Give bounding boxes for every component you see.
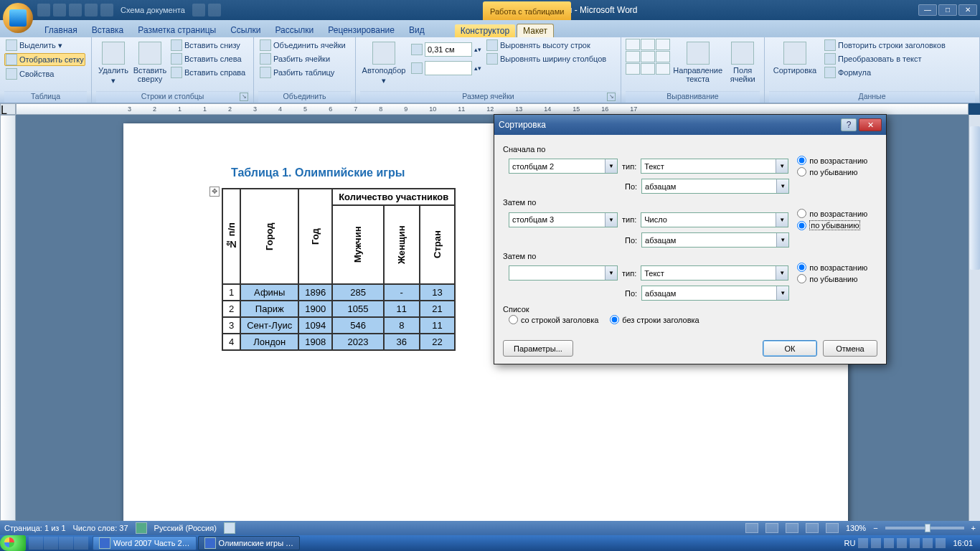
status-page[interactable]: Страница: 1 из 1 bbox=[4, 524, 66, 532]
sort-then2-type-combo[interactable]: Текст▼ bbox=[641, 265, 788, 281]
tray-icon[interactable] bbox=[871, 538, 881, 548]
row-height-input[interactable] bbox=[425, 42, 472, 57]
view-outline-icon[interactable] bbox=[806, 523, 819, 533]
qat-more-icon[interactable] bbox=[208, 4, 221, 17]
zoom-level[interactable]: 130% bbox=[846, 524, 866, 532]
tray-language[interactable]: RU bbox=[844, 539, 856, 547]
properties-button[interactable]: Свойства bbox=[4, 67, 85, 80]
tray-icon[interactable] bbox=[923, 538, 933, 548]
sort-then2-column-combo[interactable]: ▼ bbox=[509, 265, 618, 281]
delete-button[interactable]: Удалить▾ bbox=[96, 39, 131, 85]
ruler-corner[interactable]: L bbox=[0, 103, 16, 115]
th-participants[interactable]: Количество участников bbox=[332, 189, 455, 205]
tab-home[interactable]: Главная bbox=[37, 23, 85, 37]
sort-button[interactable]: Сортировка bbox=[769, 39, 821, 75]
params-button[interactable]: Параметры... bbox=[503, 340, 573, 357]
tray-icon[interactable] bbox=[936, 538, 946, 548]
zoom-in-button[interactable]: + bbox=[971, 524, 976, 532]
sort-first-type-combo[interactable]: Текст▼ bbox=[641, 159, 788, 174]
insert-below-button[interactable]: Вставить снизу bbox=[169, 39, 247, 52]
start-button[interactable] bbox=[0, 535, 26, 551]
alignment-grid[interactable] bbox=[626, 39, 670, 75]
tray-icon[interactable] bbox=[858, 538, 868, 548]
maximize-button[interactable]: □ bbox=[938, 4, 957, 16]
qat-print-icon[interactable] bbox=[192, 4, 205, 17]
zoom-slider[interactable] bbox=[885, 527, 964, 529]
select-button[interactable]: Выделить ▾ bbox=[4, 39, 85, 52]
dialog-launcher-icon[interactable]: ↘ bbox=[240, 93, 248, 101]
view-print-layout-icon[interactable] bbox=[745, 523, 758, 533]
zoom-out-button[interactable]: − bbox=[873, 524, 877, 532]
qat-undo-icon[interactable] bbox=[53, 4, 66, 17]
ok-button[interactable]: ОК bbox=[763, 340, 817, 357]
sort-first-by-combo[interactable]: абзацам▼ bbox=[641, 179, 789, 194]
tab-table-layout[interactable]: Макет bbox=[517, 24, 554, 37]
distribute-rows-button[interactable]: Выровнять высоту строк bbox=[485, 39, 608, 52]
formula-button[interactable]: Формула bbox=[823, 66, 947, 79]
office-button[interactable] bbox=[3, 3, 33, 33]
insert-right-button[interactable]: Вставить справа bbox=[169, 66, 247, 79]
minimize-button[interactable]: — bbox=[918, 4, 937, 16]
qat-docmap-label[interactable]: Схема документа bbox=[121, 6, 185, 14]
vertical-scrollbar[interactable] bbox=[969, 115, 980, 521]
insert-above-button[interactable]: Вставить сверху bbox=[133, 39, 167, 83]
sort-then1-desc-radio[interactable]: по убыванию bbox=[797, 220, 867, 230]
text-direction-button[interactable]: Направление текста bbox=[672, 39, 723, 83]
sort-then2-desc-radio[interactable]: по убыванию bbox=[797, 274, 867, 283]
show-gridlines-button[interactable]: Отобразить сетку bbox=[4, 53, 85, 66]
tab-insert[interactable]: Вставка bbox=[85, 23, 131, 37]
taskbar-item-word1[interactable]: Word 2007 Часть 2… bbox=[93, 536, 197, 550]
th-city[interactable]: Город bbox=[240, 189, 298, 284]
ql-icon[interactable] bbox=[74, 537, 88, 550]
ql-icon[interactable] bbox=[44, 537, 58, 550]
horizontal-ruler[interactable]: 321 1234567891011121314151617 bbox=[16, 103, 969, 115]
sort-then1-asc-radio[interactable]: по возрастанию bbox=[797, 209, 867, 218]
ql-icon[interactable] bbox=[59, 537, 73, 550]
sort-then2-asc-radio[interactable]: по возрастанию bbox=[797, 263, 867, 272]
col-width-field[interactable]: ▴▾ bbox=[410, 60, 483, 76]
autofit-button[interactable]: Автоподбор▾ bbox=[360, 39, 407, 85]
ql-icon[interactable] bbox=[29, 537, 43, 550]
qat-edit-icon[interactable] bbox=[85, 4, 98, 17]
distribute-cols-button[interactable]: Выровнять ширину столбцов bbox=[485, 52, 608, 65]
tab-review[interactable]: Рецензирование bbox=[321, 23, 402, 37]
table-move-handle[interactable]: ✥ bbox=[209, 187, 220, 197]
tray-clock[interactable]: 16:01 bbox=[948, 539, 977, 547]
split-table-button[interactable]: Разбить таблицу bbox=[258, 66, 347, 79]
sort-first-asc-radio[interactable]: по возрастанию bbox=[797, 156, 867, 165]
without-header-radio[interactable]: без строки заголовка bbox=[610, 315, 699, 324]
view-web-icon[interactable] bbox=[786, 523, 798, 533]
tray-icon[interactable] bbox=[884, 538, 894, 548]
dialog-help-button[interactable]: ? bbox=[841, 118, 857, 131]
olympic-table[interactable]: № п/п Город Год Количество участников Му… bbox=[222, 188, 456, 351]
sort-then1-column-combo[interactable]: столбцам 3▼ bbox=[509, 212, 618, 227]
zoom-thumb[interactable] bbox=[925, 524, 930, 532]
status-language[interactable]: Русский (Россия) bbox=[154, 524, 217, 532]
qat-save-icon[interactable] bbox=[37, 4, 50, 17]
close-button[interactable]: ✕ bbox=[958, 4, 977, 16]
vertical-ruler[interactable] bbox=[0, 115, 16, 521]
convert-to-text-button[interactable]: Преобразовать в текст bbox=[823, 52, 947, 65]
th-women[interactable]: Женщин bbox=[384, 205, 420, 284]
tray-icon[interactable] bbox=[897, 538, 907, 548]
sort-then1-type-combo[interactable]: Число▼ bbox=[641, 212, 788, 227]
cell-margins-button[interactable]: Поля ячейки bbox=[725, 39, 760, 83]
sort-first-desc-radio[interactable]: по убыванию bbox=[797, 167, 867, 176]
cancel-button[interactable]: Отмена bbox=[823, 340, 877, 357]
th-countries[interactable]: Стран bbox=[420, 205, 456, 284]
sort-then2-by-combo[interactable]: абзацам▼ bbox=[641, 286, 789, 301]
th-num[interactable]: № п/п bbox=[222, 189, 240, 284]
sort-then1-by-combo[interactable]: абзацам▼ bbox=[641, 232, 789, 248]
scrollbar-thumb[interactable] bbox=[970, 126, 980, 270]
th-year[interactable]: Год bbox=[298, 189, 332, 284]
qat-docmap-icon[interactable] bbox=[100, 4, 113, 17]
dialog-launcher-icon[interactable]: ↘ bbox=[607, 93, 616, 101]
taskbar-item-word2[interactable]: Олимпиские игры … bbox=[198, 536, 301, 550]
status-words[interactable]: Число слов: 37 bbox=[73, 524, 128, 532]
tab-design[interactable]: Конструктор bbox=[455, 24, 515, 37]
qat-redo-icon[interactable] bbox=[69, 4, 82, 17]
split-cells-button[interactable]: Разбить ячейки bbox=[258, 52, 347, 65]
repeat-headers-button[interactable]: Повторить строки заголовков bbox=[823, 39, 947, 52]
tab-view[interactable]: Вид bbox=[402, 23, 432, 37]
th-men[interactable]: Мужчин bbox=[332, 205, 384, 284]
